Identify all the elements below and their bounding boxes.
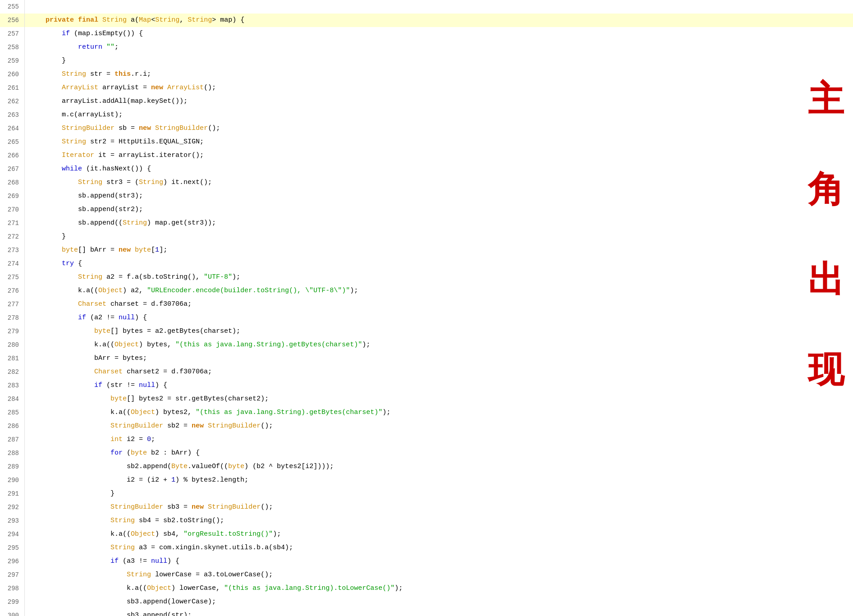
line-content: ArrayList arrayList = new ArrayList(); <box>29 81 853 95</box>
code-line: 260 String str = this.r.i; <box>0 68 853 81</box>
line-content: return ""; <box>29 41 853 54</box>
line-number: 275 <box>0 271 25 284</box>
code-line: 293 String sb4 = sb2.toString(); <box>0 514 853 528</box>
line-content: sb.append((String) map.get(str3)); <box>29 216 853 230</box>
code-line: 289 sb2.append(Byte.valueOf((byte) (b2 ^… <box>0 460 853 473</box>
line-content: } <box>29 230 853 244</box>
line-number: 284 <box>0 392 25 406</box>
line-number: 290 <box>0 473 25 487</box>
code-line: 291 } <box>0 487 853 501</box>
line-content: arrayList.addAll(map.keySet()); <box>29 95 853 108</box>
code-line: 280 k.a((Object) bytes, "(this as java.l… <box>0 338 853 352</box>
line-number: 294 <box>0 528 25 541</box>
code-line: 300 sb3.append(str); <box>0 609 853 616</box>
line-content: if (a3 != null) { <box>29 555 853 568</box>
code-line: 265 String str2 = HttpUtils.EQUAL_SIGN; <box>0 135 853 149</box>
code-line: 279 byte[] bytes = a2.getBytes(charset); <box>0 325 853 338</box>
line-number: 283 <box>0 379 25 392</box>
line-number: 264 <box>0 122 25 135</box>
line-number: 262 <box>0 95 25 108</box>
line-content: } <box>29 54 853 68</box>
code-line: 269 sb.append(str3); <box>0 189 853 203</box>
line-number: 274 <box>0 257 25 271</box>
code-line: 295 String a3 = com.xingin.skynet.utils.… <box>0 541 853 555</box>
line-content: byte[] bytes = a2.getBytes(charset); <box>29 325 853 338</box>
line-content: sb3.append(lowerCase); <box>29 595 853 609</box>
line-content: bArr = bytes; <box>29 352 853 365</box>
code-line: 258 return ""; <box>0 41 853 54</box>
line-number: 258 <box>0 41 25 54</box>
line-number: 289 <box>0 460 25 473</box>
line-content: String str = this.r.i; <box>29 68 853 81</box>
line-content: byte[] bytes2 = str.getBytes(charset2); <box>29 392 853 406</box>
line-number: 291 <box>0 487 25 501</box>
code-line: 263 m.c(arrayList); <box>0 108 853 122</box>
line-number: 298 <box>0 582 25 595</box>
line-content: if (str != null) { <box>29 379 853 392</box>
line-content: String a3 = com.xingin.skynet.utils.b.a(… <box>29 541 853 555</box>
code-line: 294 k.a((Object) sb4, "orgResult.toStrin… <box>0 528 853 541</box>
line-number: 276 <box>0 284 25 298</box>
code-line: 281 bArr = bytes; <box>0 352 853 365</box>
code-line: 297 String lowerCase = a3.toLowerCase(); <box>0 568 853 582</box>
line-content: int i2 = 0; <box>29 433 853 446</box>
line-number: 285 <box>0 406 25 419</box>
code-line: 299 sb3.append(lowerCase); <box>0 595 853 609</box>
line-content: Charset charset2 = d.f30706a; <box>29 365 853 379</box>
line-number: 288 <box>0 446 25 460</box>
line-number: 263 <box>0 108 25 122</box>
line-number: 281 <box>0 352 25 365</box>
line-number: 282 <box>0 365 25 379</box>
code-line: 257 if (map.isEmpty()) { <box>0 27 853 41</box>
code-line: 298 k.a((Object) lowerCase, "(this as ja… <box>0 582 853 595</box>
line-content: String str2 = HttpUtils.EQUAL_SIGN; <box>29 135 853 149</box>
line-content: sb.append(str3); <box>29 189 853 203</box>
line-number: 260 <box>0 68 25 81</box>
line-content: String sb4 = sb2.toString(); <box>29 514 853 528</box>
line-content: Charset charset = d.f30706a; <box>29 298 853 311</box>
code-line: 256 private final String a(Map<String, S… <box>0 14 853 27</box>
line-content: StringBuilder sb2 = new StringBuilder(); <box>29 419 853 433</box>
code-line: 264 StringBuilder sb = new StringBuilder… <box>0 122 853 135</box>
code-line: 277 Charset charset = d.f30706a; <box>0 298 853 311</box>
line-content: while (it.hasNext()) { <box>29 162 853 176</box>
code-line: 282 Charset charset2 = d.f30706a; <box>0 365 853 379</box>
code-line: 267 while (it.hasNext()) { <box>0 162 853 176</box>
line-number: 268 <box>0 176 25 189</box>
line-content: sb3.append(str); <box>29 609 853 616</box>
line-number: 287 <box>0 433 25 446</box>
line-number: 255 <box>0 0 25 14</box>
line-number: 292 <box>0 501 25 514</box>
code-line: 262 arrayList.addAll(map.keySet()); <box>0 95 853 108</box>
line-content: k.a((Object) a2, "URLEncoder.encode(buil… <box>29 284 853 298</box>
line-number: 266 <box>0 149 25 162</box>
line-number: 280 <box>0 338 25 352</box>
line-number: 295 <box>0 541 25 555</box>
line-content: i2 = (i2 + 1) % bytes2.length; <box>29 473 853 487</box>
line-content: } <box>29 487 853 501</box>
line-content: if (a2 != null) { <box>29 311 853 325</box>
line-number: 259 <box>0 54 25 68</box>
code-line: 288 for (byte b2 : bArr) { <box>0 446 853 460</box>
line-number: 277 <box>0 298 25 311</box>
line-number: 297 <box>0 568 25 582</box>
line-number: 272 <box>0 230 25 244</box>
line-number: 273 <box>0 244 25 257</box>
code-line: 261 ArrayList arrayList = new ArrayList(… <box>0 81 853 95</box>
line-number: 261 <box>0 81 25 95</box>
line-number: 278 <box>0 311 25 325</box>
line-content: k.a((Object) bytes, "(this as java.lang.… <box>29 338 853 352</box>
code-line: 292 StringBuilder sb3 = new StringBuilde… <box>0 501 853 514</box>
code-line: 274 try { <box>0 257 853 271</box>
code-line: 268 String str3 = (String) it.next(); <box>0 176 853 189</box>
code-line: 284 byte[] bytes2 = str.getBytes(charset… <box>0 392 853 406</box>
line-number: 265 <box>0 135 25 149</box>
code-line: 287 int i2 = 0; <box>0 433 853 446</box>
line-content: private final String a(Map<String, Strin… <box>29 14 853 27</box>
line-content: byte[] bArr = new byte[1]; <box>29 244 853 257</box>
line-number: 286 <box>0 419 25 433</box>
line-content: StringBuilder sb3 = new StringBuilder(); <box>29 501 853 514</box>
line-number: 256 <box>0 14 25 27</box>
code-line: 286 StringBuilder sb2 = new StringBuilde… <box>0 419 853 433</box>
line-content: String a2 = f.a(sb.toString(), "UTF-8"); <box>29 271 853 284</box>
